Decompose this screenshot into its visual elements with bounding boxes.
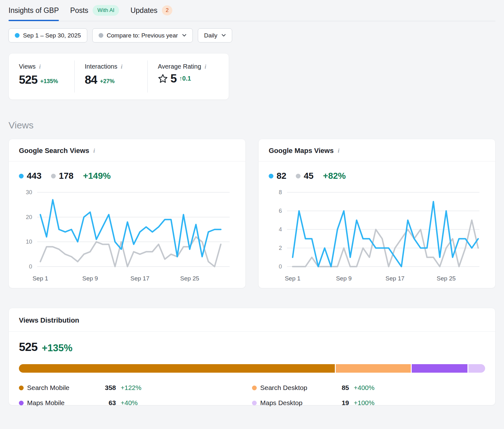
search-chart-legend: 443 178 +149% xyxy=(19,171,235,181)
maps-previous-total: 45 xyxy=(304,171,313,181)
legend-item-search-desktop: Search Desktop 85 +400% xyxy=(252,384,485,392)
maps-mobile-change: +40% xyxy=(121,399,138,407)
svg-text:Sep 1: Sep 1 xyxy=(285,275,301,282)
rating-stat-label: Average Rating xyxy=(158,63,201,70)
date-range-picker[interactable]: Sep 1 – Sep 30, 2025 xyxy=(9,28,87,42)
tab-posts-label: Posts xyxy=(70,6,89,15)
compare-dropdown[interactable]: Compare to: Previous year xyxy=(92,28,193,42)
svg-text:2: 2 xyxy=(279,245,282,251)
bar-segment-maps-desktop xyxy=(468,364,485,373)
tab-updates-label: Updates xyxy=(130,6,158,15)
google-search-views-card: Google Search Views i 443 178 +149% 0102… xyxy=(9,139,246,288)
svg-text:Sep 17: Sep 17 xyxy=(386,275,404,282)
search-views-line-chart: 0102030Sep 1Sep 9Sep 17Sep 25 xyxy=(19,185,230,284)
maps-desktop-value: 19 xyxy=(329,399,349,407)
svg-text:4: 4 xyxy=(279,226,282,233)
legend-item-search-mobile: Search Mobile 358 +122% xyxy=(19,384,252,392)
info-icon[interactable]: i xyxy=(38,63,41,70)
rating-stat-value: 5 xyxy=(170,73,177,84)
previous-period-dot-icon xyxy=(99,33,103,38)
svg-text:Sep 9: Sep 9 xyxy=(82,275,98,282)
summary-stats-card: Views i 525 +135% Interactions i 84 +27%… xyxy=(9,53,229,100)
svg-text:Sep 25: Sep 25 xyxy=(437,275,455,282)
svg-text:0: 0 xyxy=(29,263,32,270)
maps-mobile-dot-icon xyxy=(19,401,24,405)
bar-segment-maps-mobile xyxy=(412,364,467,373)
page: Insights of GBP Posts With AI Updates 2 … xyxy=(0,0,504,405)
search-change-percent: +149% xyxy=(83,171,111,181)
updates-count-badge: 2 xyxy=(162,5,172,15)
svg-text:Sep 1: Sep 1 xyxy=(32,275,48,282)
info-icon[interactable]: i xyxy=(337,147,340,154)
distribution-change: +135% xyxy=(42,343,72,353)
google-maps-views-card: Google Maps Views i 82 45 +82% 02468Sep … xyxy=(258,139,495,288)
svg-text:20: 20 xyxy=(26,214,32,220)
svg-text:8: 8 xyxy=(279,189,282,195)
legend-item-maps-mobile: Maps Mobile 63 +40% xyxy=(19,399,252,407)
date-range-label: Sep 1 – Sep 30, 2025 xyxy=(23,32,81,39)
search-mobile-label: Search Mobile xyxy=(27,384,96,392)
search-desktop-value: 85 xyxy=(329,384,349,392)
info-icon[interactable]: i xyxy=(120,63,123,70)
tab-bar: Insights of GBP Posts With AI Updates 2 xyxy=(9,5,495,21)
maps-mobile-label: Maps Mobile xyxy=(27,399,96,407)
with-ai-badge: With AI xyxy=(93,5,119,16)
search-mobile-change: +122% xyxy=(121,384,141,392)
distribution-legend: Search Mobile 358 +122% Search Desktop 8… xyxy=(19,384,485,407)
maps-desktop-dot-icon xyxy=(252,401,257,405)
chevron-down-icon xyxy=(221,34,226,37)
maps-chart-title: Google Maps Views xyxy=(269,147,334,155)
interactions-stat: Interactions i 84 +27% xyxy=(74,60,147,93)
granularity-label: Daily xyxy=(204,32,217,39)
distribution-title: Views Distribution xyxy=(19,316,79,324)
interactions-stat-value: 84 xyxy=(85,74,97,86)
maps-desktop-change: +100% xyxy=(354,399,375,407)
search-mobile-dot-icon xyxy=(19,386,24,390)
maps-mobile-value: 63 xyxy=(96,399,116,407)
distribution-stacked-bar xyxy=(19,364,485,373)
search-desktop-change: +400% xyxy=(354,384,375,392)
tab-updates[interactable]: Updates 2 xyxy=(130,5,172,15)
svg-text:0: 0 xyxy=(279,263,282,270)
previous-series-dot-icon xyxy=(296,174,301,178)
previous-series-dot-icon xyxy=(51,174,56,178)
tab-insights-of-gbp[interactable]: Insights of GBP xyxy=(9,6,59,15)
chevron-down-icon xyxy=(182,34,186,37)
granularity-dropdown[interactable]: Daily xyxy=(198,28,232,42)
current-period-dot-icon xyxy=(15,33,20,38)
views-section-title: Views xyxy=(9,120,495,131)
legend-item-maps-desktop: Maps Desktop 19 +100% xyxy=(252,399,485,407)
views-stat-label: Views xyxy=(19,63,36,70)
search-desktop-dot-icon xyxy=(252,386,257,390)
info-icon[interactable]: i xyxy=(204,63,207,70)
views-distribution-card: Views Distribution 525 +135% Search Mobi… xyxy=(9,308,495,405)
svg-text:Sep 9: Sep 9 xyxy=(336,275,352,282)
rating-stat-change: ↑0.1 xyxy=(179,75,191,82)
tab-insights-label: Insights of GBP xyxy=(9,6,59,15)
svg-text:Sep 17: Sep 17 xyxy=(130,275,149,282)
search-current-total: 443 xyxy=(27,171,42,181)
search-chart-title: Google Search Views xyxy=(19,147,89,155)
svg-text:Sep 25: Sep 25 xyxy=(180,275,199,282)
filter-row: Sep 1 – Sep 30, 2025 Compare to: Previou… xyxy=(9,28,495,42)
views-stat-value: 525 xyxy=(19,74,37,86)
maps-desktop-label: Maps Desktop xyxy=(260,399,329,407)
search-mobile-value: 358 xyxy=(96,384,116,392)
maps-current-total: 82 xyxy=(277,171,286,181)
charts-row: Google Search Views i 443 178 +149% 0102… xyxy=(9,139,495,288)
interactions-stat-change: +27% xyxy=(100,78,115,86)
star-icon xyxy=(158,74,168,84)
average-rating-stat: Average Rating i 5 ↑0.1 xyxy=(147,60,229,93)
interactions-stat-label: Interactions xyxy=(85,63,117,70)
svg-text:30: 30 xyxy=(26,189,32,195)
info-icon[interactable]: i xyxy=(93,147,95,154)
search-desktop-label: Search Desktop xyxy=(260,384,329,392)
current-series-dot-icon xyxy=(269,174,273,178)
svg-text:6: 6 xyxy=(279,208,282,214)
views-stat-change: +135% xyxy=(40,78,58,86)
current-series-dot-icon xyxy=(19,174,24,178)
maps-change-percent: +82% xyxy=(323,171,346,181)
tab-posts[interactable]: Posts With AI xyxy=(70,5,119,16)
bar-segment-search-desktop xyxy=(336,364,411,373)
bar-segment-search-mobile xyxy=(19,364,335,373)
